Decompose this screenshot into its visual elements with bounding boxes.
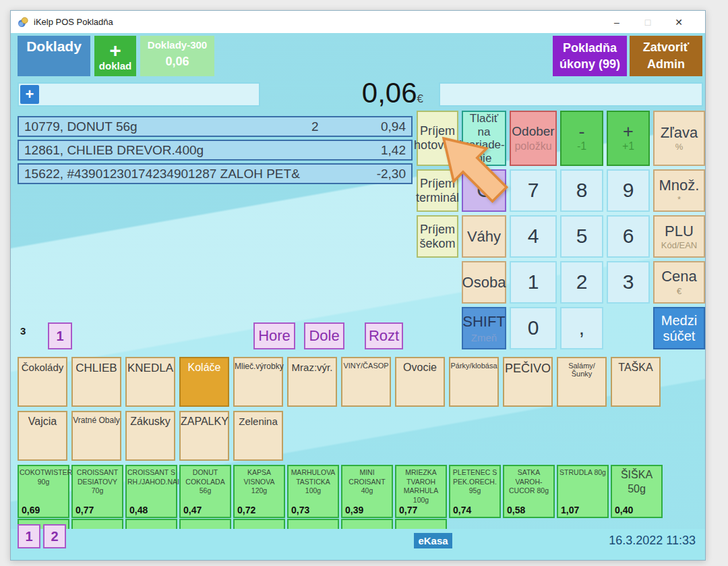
product-marhulova-tasticka[interactable]: MARHULOVA TASTICKA 100g0,73: [287, 465, 339, 518]
category-chlieb[interactable]: CHLIEB: [71, 357, 121, 407]
category-zapalky[interactable]: ZAPALKY: [179, 411, 229, 461]
key-0[interactable]: 0: [510, 307, 557, 349]
prijem-sekom-button[interactable]: Príjem šekom: [417, 215, 458, 258]
secondary-entry-field[interactable]: [439, 82, 703, 107]
rozt-button[interactable]: Rozt: [365, 322, 403, 349]
category-zakusky[interactable]: Zákusky: [125, 411, 175, 461]
plus-one-button[interactable]: ++1: [607, 111, 650, 166]
key-6[interactable]: 6: [607, 215, 650, 258]
product-croissant-desiatovy[interactable]: CROISSANT DESIATOVY 70g0,77: [71, 465, 123, 518]
receipt-line[interactable]: 10779, DONUT 56g 2 0,94: [18, 116, 413, 137]
title-bar: iKelp POS Pokladňa – □ ✕: [11, 11, 705, 33]
product-page-1-button[interactable]: 1: [18, 524, 40, 548]
category-page-1-button[interactable]: 1: [48, 322, 72, 349]
clear-button[interactable]: C: [462, 169, 506, 212]
app-window: iKelp POS Pokladňa – □ ✕ Doklady + dokla…: [10, 10, 706, 561]
category-mraz-vyr[interactable]: Mraz:výr.: [287, 357, 337, 407]
category-taska[interactable]: TAŠKA: [611, 357, 661, 407]
product-page-2-button[interactable]: 2: [43, 524, 66, 548]
currency-symbol: €: [417, 92, 423, 105]
product-button-partial[interactable]: [287, 519, 339, 529]
category-cokolady[interactable]: Čokolády: [18, 357, 67, 407]
category-kolace-selected[interactable]: Koláče: [179, 357, 229, 407]
product-pletenec[interactable]: PLETENEC S PEK.ORECH. 95g0,74: [449, 465, 501, 518]
pokladna-ukony-button[interactable]: Pokladňa úkony (99): [553, 36, 627, 76]
category-knedla[interactable]: KNEDLA: [125, 357, 175, 407]
plu-button[interactable]: PLUKód/EAN: [653, 215, 705, 258]
product-button-partial[interactable]: [125, 519, 177, 529]
cena-button[interactable]: Cena€: [653, 261, 705, 304]
plus-icon: +: [109, 41, 121, 60]
mnozstvo-button[interactable]: Množ.*: [653, 169, 705, 212]
key-1[interactable]: 1: [510, 261, 557, 304]
product-satka[interactable]: SATKA VAROH-CUCOR 80g0,58: [503, 465, 555, 518]
page-indicator: 3: [20, 325, 26, 337]
datetime-label: 16.3.2022 11:33: [609, 534, 696, 548]
product-button-partial[interactable]: [341, 519, 393, 529]
keypad-empty-cell: [417, 261, 458, 304]
category-mliec-vyrobky[interactable]: Mlieč.výrobky: [233, 357, 283, 407]
odober-polozku-button[interactable]: Odoberpoložku: [510, 111, 557, 166]
product-siska[interactable]: ŠIŠKA 50g0,40: [611, 465, 663, 518]
product-button-partial[interactable]: [233, 519, 285, 529]
maximize-button[interactable]: □: [632, 11, 663, 33]
medzisucet-button[interactable]: Medzi súčet: [653, 307, 705, 349]
category-salamy-sunky[interactable]: Salámy/Šunky: [557, 357, 607, 407]
doklady-button[interactable]: Doklady: [18, 36, 90, 76]
keypad-empty-cell: [417, 307, 458, 349]
prijem-terminal-button[interactable]: Príjem terminál: [417, 169, 458, 212]
key-9[interactable]: 9: [607, 169, 650, 212]
minus-one-button[interactable]: --1: [560, 111, 603, 166]
receipt-line[interactable]: 12861, CHLIEB DREVOR.400g 1,42: [18, 140, 413, 161]
key-8[interactable]: 8: [560, 169, 603, 212]
product-cokotwister[interactable]: COKOTWISTER 90g0,69: [18, 465, 69, 518]
vahy-button[interactable]: Váhy: [462, 215, 506, 258]
product-strudla[interactable]: STRUDLA 80g1,07: [557, 465, 609, 518]
key-4[interactable]: 4: [510, 215, 557, 258]
close-button[interactable]: ✕: [663, 11, 694, 33]
zatvorit-admin-button[interactable]: Zatvoriť Admin: [630, 36, 702, 76]
document-info-title: Doklady-300: [140, 39, 214, 51]
total-amount: 0,06€: [294, 77, 423, 115]
product-button-partial[interactable]: [179, 519, 231, 529]
item-entry-field[interactable]: +: [18, 82, 260, 107]
category-vajcia[interactable]: Vajcia: [18, 411, 67, 461]
add-item-button[interactable]: +: [20, 85, 39, 104]
key-comma[interactable]: ,: [560, 307, 603, 349]
osoba-button[interactable]: Osoba: [462, 261, 506, 304]
key-3[interactable]: 3: [607, 261, 650, 304]
category-vratne-obaly[interactable]: Vratné Obaly: [71, 411, 121, 461]
product-donut-cokolada[interactable]: DONUT COKOLADA 56g0,47: [179, 465, 231, 518]
keypad: Príjem hotovosť Tlačiť na zariade- nie O…: [417, 111, 705, 349]
product-button-partial[interactable]: [395, 519, 447, 529]
product-mriezka-tvaroh[interactable]: MRIEZKA TVAROH MARHULA 100g0,77: [395, 465, 447, 518]
key-2[interactable]: 2: [560, 261, 603, 304]
category-pecivo[interactable]: PEČIVO: [503, 357, 553, 407]
category-ovocie[interactable]: Ovocie: [395, 357, 445, 407]
category-viny-casop[interactable]: VINY/ČASOP: [341, 357, 391, 407]
dole-button[interactable]: Dole: [304, 322, 344, 349]
zlava-button[interactable]: Zľava%: [653, 111, 705, 166]
category-zelenina[interactable]: Zelenina: [233, 411, 283, 461]
window-title: iKelp POS Pokladňa: [34, 17, 113, 27]
category-parky-klobasa[interactable]: Párky/klobása: [449, 357, 499, 407]
prijem-hotovost-button[interactable]: Príjem hotovosť: [417, 111, 458, 166]
minimize-button[interactable]: –: [601, 11, 632, 33]
product-mini-croisant[interactable]: MINI CROISANT 40g0,39: [341, 465, 393, 518]
product-croissant-s[interactable]: CROISSANT S RH./JAHOD.NAI0,48: [125, 465, 177, 518]
shift-button[interactable]: SHIFTZmeň: [462, 307, 506, 349]
document-info-panel[interactable]: Doklady-300 0,06: [140, 36, 214, 76]
product-button-partial[interactable]: [71, 519, 123, 529]
key-7[interactable]: 7: [510, 169, 557, 212]
document-info-value: 0,06: [140, 55, 214, 69]
app-icon: [18, 16, 29, 28]
key-5[interactable]: 5: [560, 215, 603, 258]
new-document-button[interactable]: + doklad: [94, 36, 136, 76]
product-kapsa-visnova[interactable]: KAPSA VISNOVA 120g0,72: [233, 465, 285, 518]
tlacit-na-zariadenie-button[interactable]: Tlačiť na zariade- nie: [462, 111, 506, 166]
footer-bar: [11, 529, 705, 560]
ekasa-badge: eKasa: [414, 533, 452, 548]
receipt-line[interactable]: 15622, #43901230174234901287 ZALOH PET& …: [18, 163, 413, 184]
hore-button[interactable]: Hore: [253, 322, 295, 349]
keypad-empty-cell: [607, 307, 650, 349]
